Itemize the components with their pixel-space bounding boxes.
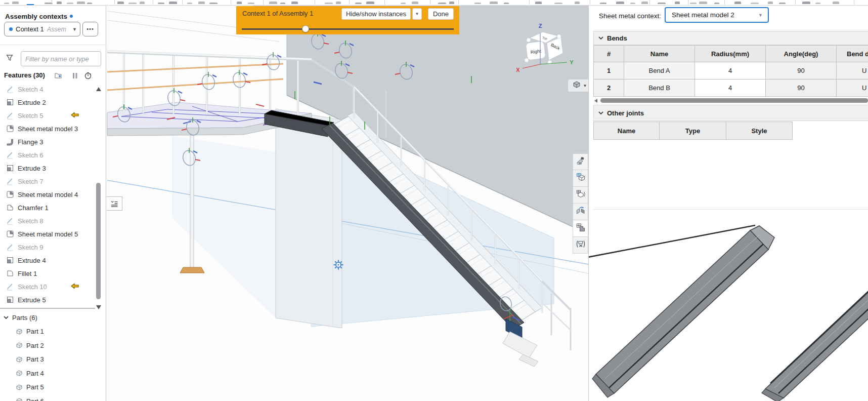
- scrollbar-thumb[interactable]: [600, 98, 868, 103]
- feature-row[interactable]: Sheet metal model 4: [0, 188, 95, 201]
- appearance-button[interactable]: [573, 153, 588, 170]
- feature-row[interactable]: Extrude 3: [0, 162, 95, 175]
- toolbar-icon-fragment[interactable]: [128, 3, 137, 4]
- toolbar-icon-fragment[interactable]: [802, 2, 810, 4]
- flat-pattern-part-1[interactable]: [589, 225, 774, 397]
- toolbar-icon-fragment[interactable]: [575, 2, 580, 4]
- toolbar-icon-fragment[interactable]: [209, 3, 218, 4]
- part-row[interactable]: Part 3: [0, 352, 95, 367]
- toolbar-icon-fragment[interactable]: [833, 2, 839, 4]
- isometric-view-button[interactable]: [573, 170, 588, 187]
- feature-row[interactable]: Sketch 4: [0, 83, 95, 96]
- toolbar-icon-fragment[interactable]: [140, 2, 145, 4]
- feature-row[interactable]: Extrude 5: [0, 293, 95, 306]
- toolbar-icon-fragment[interactable]: [169, 2, 177, 4]
- feature-row[interactable]: Sketch 9: [0, 240, 95, 254]
- hide-show-instances-button[interactable]: Hide/show instances: [341, 8, 411, 20]
- other-joints-section-header[interactable]: Other joints: [593, 105, 868, 121]
- part-row[interactable]: Part 2: [0, 339, 95, 353]
- feature-row[interactable]: Extrude 2: [0, 96, 95, 109]
- suppress-pause-icon[interactable]: [71, 71, 79, 81]
- regenerate-clock-icon[interactable]: [84, 71, 92, 81]
- toolbar-icon-fragment[interactable]: [616, 2, 624, 4]
- toolbar-icon-fragment[interactable]: [535, 2, 542, 4]
- toolbar-icon-fragment[interactable]: [198, 2, 205, 4]
- toolbar-icon-fragment[interactable]: [658, 3, 666, 4]
- toolbar-icon-fragment[interactable]: [630, 3, 635, 4]
- toolbar-icon-fragment[interactable]: [490, 2, 498, 4]
- toolbar-icon-fragment[interactable]: [158, 3, 164, 4]
- update-arrow-icon[interactable]: [70, 112, 80, 119]
- feature-row[interactable]: Extrude 4: [0, 254, 95, 267]
- bends-horizontal-scrollbar[interactable]: [593, 98, 868, 103]
- toolbar-icon-fragment[interactable]: [815, 3, 820, 4]
- bends-section-header[interactable]: Bends: [593, 31, 868, 45]
- feature-row[interactable]: Sketch 7: [0, 175, 95, 188]
- new-folder-icon[interactable]: [54, 71, 62, 81]
- flat-pattern-button[interactable]: [573, 220, 588, 237]
- toolbar-icon-fragment[interactable]: [690, 3, 697, 4]
- toolbar-icon-fragment[interactable]: [12, 2, 19, 4]
- context-overflow-menu-button[interactable]: •••: [82, 22, 98, 36]
- scrollbar-thumb[interactable]: [96, 183, 101, 299]
- context-dropdown[interactable]: Context 1 Assem ▼: [4, 22, 80, 36]
- toolbar-icon-fragment[interactable]: [438, 3, 446, 4]
- part-row[interactable]: Part 5: [0, 380, 95, 394]
- feature-row[interactable]: Sketch 10: [0, 280, 95, 293]
- toolbar-icon-fragment[interactable]: [779, 3, 786, 4]
- done-button[interactable]: Done: [428, 8, 454, 20]
- toolbar-icon-fragment[interactable]: [600, 3, 606, 4]
- bends-table-row[interactable]: 1Bend A490U: [594, 62, 868, 79]
- fold-unfold-button[interactable]: [573, 204, 588, 220]
- toolbar-icon-fragment[interactable]: [248, 3, 254, 4]
- feature-list-scrollbar[interactable]: [95, 79, 102, 311]
- toolbar-icon-fragment[interactable]: [117, 2, 124, 4]
- update-arrow-icon[interactable]: [70, 283, 80, 291]
- toolbar-icon-fragment[interactable]: [57, 2, 62, 4]
- parts-header[interactable]: Parts (6): [3, 314, 37, 322]
- toolbar-icon-fragment[interactable]: [269, 2, 277, 4]
- toolbar-icon-fragment[interactable]: [699, 2, 707, 4]
- toolbar-icon-fragment[interactable]: [474, 3, 481, 4]
- toolbar-icon-fragment[interactable]: [554, 3, 562, 4]
- part-row[interactable]: Part 1: [0, 325, 95, 339]
- part-row[interactable]: Part 4: [0, 367, 95, 381]
- feature-row[interactable]: Sheet metal model 5: [0, 227, 95, 240]
- origin-marker-icon[interactable]: [334, 260, 343, 270]
- bends-cell[interactable]: U: [837, 79, 868, 97]
- named-views-button[interactable]: [573, 187, 588, 204]
- feature-row[interactable]: Flange 3: [0, 135, 95, 148]
- bends-cell[interactable]: U: [837, 62, 868, 79]
- feature-row[interactable]: Sketch 5: [0, 109, 95, 122]
- toolbar-icon-fragment[interactable]: [4, 3, 9, 4]
- toolbar-icon-fragment[interactable]: [355, 3, 362, 4]
- view-cube[interactable]: Right Back Top Z X Y: [511, 20, 582, 83]
- concrete-pillar[interactable]: [276, 109, 342, 328]
- bends-cell[interactable]: 4: [695, 62, 766, 79]
- toolbar-icon-fragment[interactable]: [325, 3, 333, 4]
- scroll-down-arrow-icon[interactable]: [96, 305, 101, 309]
- 3d-viewport[interactable]: Context 1 of Assembly 1 Hide/show instan…: [107, 6, 588, 401]
- toolbar-icon-fragment[interactable]: [734, 2, 741, 4]
- toolbar-icon-fragment[interactable]: [291, 2, 298, 4]
- feature-list-toggle-button[interactable]: [107, 196, 122, 211]
- bends-table-row[interactable]: 2Bend B490U: [594, 79, 868, 97]
- transparency-slider[interactable]: [242, 28, 454, 30]
- toolbar-icon-fragment[interactable]: [366, 2, 374, 4]
- filter-input[interactable]: [21, 51, 101, 66]
- toolbar-icon-fragment[interactable]: [504, 3, 509, 4]
- feature-row[interactable]: Chamfer 1: [0, 201, 95, 214]
- hide-show-caret-button[interactable]: ▼: [412, 8, 422, 20]
- toolbar-icon-fragment[interactable]: [768, 2, 773, 4]
- feature-row[interactable]: Sketch 6: [0, 148, 95, 162]
- toolbar-icon-fragment[interactable]: [412, 2, 418, 4]
- flat-pattern-preview[interactable]: [589, 210, 868, 401]
- feature-row[interactable]: Sheet metal model 3: [0, 122, 95, 135]
- toolbar-icon-fragment[interactable]: [67, 3, 73, 4]
- scroll-up-arrow-icon[interactable]: [96, 87, 101, 91]
- part-row[interactable]: Part 6: [0, 394, 95, 401]
- flat-pattern-part-2[interactable]: [762, 291, 868, 401]
- toolbar-icon-fragment[interactable]: [77, 2, 85, 4]
- feature-row[interactable]: Fillet 1: [0, 267, 95, 280]
- toolbar-icon-fragment[interactable]: [641, 2, 648, 4]
